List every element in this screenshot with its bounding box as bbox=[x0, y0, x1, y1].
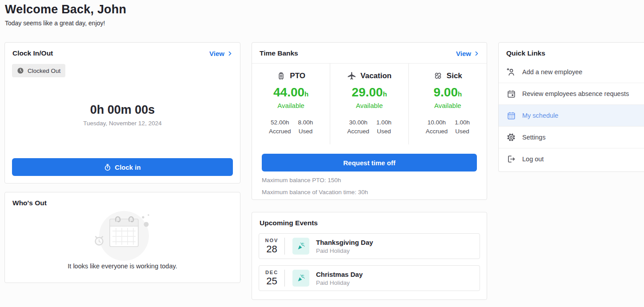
bank-pto: PTO 44.00h Available 52.00h Accrued 8.00… bbox=[252, 64, 330, 144]
bank-used: 8.00h Used bbox=[298, 118, 313, 136]
quick-link-settings[interactable]: Settings bbox=[499, 126, 644, 148]
bank-used: 1.00h Used bbox=[376, 118, 392, 136]
gear-icon bbox=[506, 132, 516, 142]
bank-name-label: PTO bbox=[290, 72, 305, 80]
bank-accrued: 30.00h Accrued bbox=[347, 118, 369, 136]
quick-links-header: Quick Links bbox=[499, 43, 644, 61]
page-header: Welcome Back, John Today seems like a gr… bbox=[5, 3, 126, 27]
clock-view-link-label: View bbox=[209, 50, 224, 57]
upcoming-events-card: Upcoming Events NOV 28 Thanksgiving Day … bbox=[252, 212, 487, 300]
quick-link-log-out[interactable]: Log out bbox=[499, 148, 644, 170]
request-time-off-button[interactable]: Request time off bbox=[262, 154, 477, 171]
whos-out-illustration bbox=[5, 209, 240, 262]
clock-view-link[interactable]: View bbox=[209, 50, 232, 57]
clock-card-header: Clock In/Out View bbox=[5, 43, 240, 63]
chevron-right-icon bbox=[474, 51, 479, 56]
bank-available-label: Available bbox=[330, 102, 408, 109]
party-popper-icon bbox=[296, 242, 305, 251]
stopwatch-icon bbox=[104, 163, 111, 171]
quick-link-label: Log out bbox=[522, 155, 544, 163]
bank-accrued: 52.00h Accrued bbox=[269, 118, 291, 136]
time-banks-columns: PTO 44.00h Available 52.00h Accrued 8.00… bbox=[252, 64, 487, 144]
event-row-thanksgiving: NOV 28 Thanksgiving Day Paid Holiday bbox=[259, 233, 480, 259]
whos-out-title: Who's Out bbox=[12, 199, 47, 207]
clock-in-button-label: Clock in bbox=[115, 163, 140, 171]
party-popper-icon bbox=[296, 274, 305, 283]
upcoming-events-title: Upcoming Events bbox=[260, 219, 318, 227]
quick-link-label: Add a new employee bbox=[522, 68, 582, 76]
bank-available-label: Available bbox=[409, 102, 487, 109]
time-banks-title: Time Banks bbox=[260, 49, 298, 57]
request-time-off-label: Request time off bbox=[343, 159, 396, 167]
whos-out-card: Who's Out bbox=[4, 192, 240, 283]
bank-available-label: Available bbox=[252, 102, 330, 109]
logout-icon bbox=[506, 154, 516, 164]
event-date: NOV 28 bbox=[259, 238, 285, 255]
bank-accrued: 10.00h Accrued bbox=[426, 118, 448, 136]
clock-card-title: Clock In/Out bbox=[12, 49, 53, 57]
event-date: DEC 25 bbox=[259, 270, 285, 287]
event-subtitle: Paid Holiday bbox=[316, 247, 373, 254]
event-title: Christmas Day bbox=[316, 271, 363, 278]
clock-in-button[interactable]: Clock in bbox=[12, 158, 233, 176]
hours-unit: h bbox=[304, 90, 308, 98]
bank-available-value: 44.00h bbox=[252, 86, 330, 99]
bank-used: 1.00h Used bbox=[455, 118, 470, 136]
bank-vacation: Vacation 29.00h Available 30.00h Accrued… bbox=[330, 64, 408, 144]
bank-available-value: 29.00h bbox=[330, 86, 408, 99]
bank-sick: Sick 9.00h Available 10.00h Accrued 1.00… bbox=[408, 64, 487, 144]
time-banks-view-link[interactable]: View bbox=[456, 50, 479, 57]
hours-unit: h bbox=[383, 90, 387, 98]
upcoming-events-header: Upcoming Events bbox=[252, 212, 487, 233]
quick-link-add-employee[interactable]: Add a new employee bbox=[499, 61, 644, 83]
event-row-christmas: DEC 25 Christmas Day Paid Holiday bbox=[259, 265, 480, 291]
calendar-event-icon bbox=[507, 89, 516, 99]
hours-unit: h bbox=[458, 90, 462, 98]
timer-block: 0h 00m 00s Tuesday, November 12, 2024 bbox=[5, 71, 240, 158]
page-title: Welcome Back, John bbox=[5, 3, 126, 16]
quick-links-title: Quick Links bbox=[506, 49, 545, 57]
max-balance-pto-note: Maximum balance PTO: 150h bbox=[252, 177, 487, 183]
bank-available-value: 9.00h bbox=[409, 86, 487, 99]
quick-link-label: Settings bbox=[522, 134, 545, 141]
calendar-grid-icon bbox=[507, 111, 516, 120]
quick-link-review-absence-requests[interactable]: Review employees absence requests bbox=[499, 83, 644, 104]
time-banks-header: Time Banks View bbox=[252, 43, 487, 64]
timer-value: 0h 00m 00s bbox=[90, 103, 155, 117]
empty-calendar-illustration bbox=[72, 209, 174, 262]
luggage-icon bbox=[276, 71, 286, 80]
bank-name-label: Vacation bbox=[360, 72, 392, 80]
bank-name-label: Sick bbox=[447, 72, 462, 80]
bandage-icon bbox=[433, 71, 443, 80]
quick-link-label: My schedule bbox=[522, 112, 558, 119]
airplane-icon bbox=[347, 71, 356, 80]
person-add-icon bbox=[506, 67, 516, 77]
whos-out-message: It looks like everyone is working today. bbox=[5, 263, 240, 270]
event-title: Thanksgiving Day bbox=[316, 239, 373, 246]
quick-link-label: Review employees absence requests bbox=[522, 90, 629, 97]
timer-date: Tuesday, November 12, 2024 bbox=[83, 120, 161, 127]
clock-in-out-card: Clock In/Out View Clocked Out 0h 00m 00s… bbox=[4, 42, 240, 183]
time-banks-view-link-label: View bbox=[456, 50, 471, 57]
event-subtitle: Paid Holiday bbox=[316, 279, 363, 286]
page-subtitle: Today seems like a great day, enjoy! bbox=[5, 20, 126, 27]
quick-links-card: Quick Links Add a new employee Review em… bbox=[498, 42, 644, 172]
quick-link-my-schedule[interactable]: My schedule bbox=[499, 104, 644, 126]
time-banks-card: Time Banks View PTO 44.00h Available 5 bbox=[252, 42, 487, 200]
max-balance-vacation-note: Maximum balance of Vacation time: 30h bbox=[252, 189, 487, 195]
chevron-right-icon bbox=[228, 51, 232, 56]
